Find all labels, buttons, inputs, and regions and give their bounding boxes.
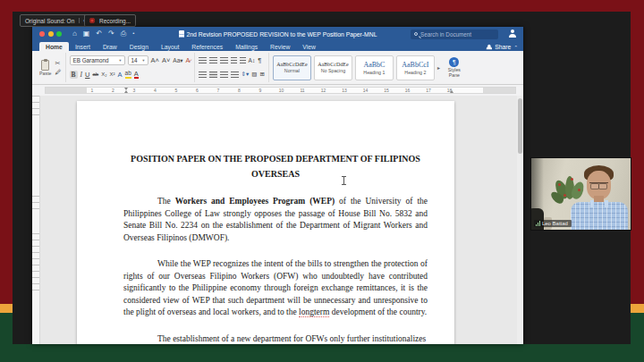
redo-icon[interactable]: ↷ [108,30,114,38]
recording-label: Recording... [98,15,135,26]
quick-access-toolbar: ⌂ ▣ ↶ ↷ ⎙ • [72,30,134,38]
ruler-number: 9 [259,88,262,93]
share-button[interactable]: Share ⌃ [486,44,518,50]
scrollbar-track[interactable] [517,96,523,344]
increase-indent-icon[interactable] [240,57,246,63]
ruler-number: 3 [133,88,136,93]
tab-layout[interactable]: Layout [155,42,185,51]
ribbon-tabs: HomeInsertDrawDesignLayoutReferencesMail… [32,41,523,51]
original-sound-label: Original Sound: On [21,15,79,26]
multilevel-list-icon[interactable] [220,57,228,63]
bullet-list-icon[interactable] [199,57,207,63]
word-window: ⌂ ▣ ↶ ↷ ⎙ • 2nd Revision PROPOSED REVISI… [32,27,523,344]
ruler-number: 4 [154,88,157,93]
sort-icon[interactable]: A↕ [249,58,256,64]
original-sound-button[interactable]: Original Sound: On ▾ [20,14,90,27]
underline-button[interactable]: U [85,72,89,79]
hanging-indent-marker[interactable] [124,90,128,93]
font-group: EB Garamond▾ 14▾ A˄ A˅ Aa▾ A̷ B I U [66,53,195,82]
decrease-indent-icon[interactable] [231,57,237,63]
font-size-select[interactable]: 14▾ [128,55,148,65]
font-color-button[interactable]: A [134,71,139,80]
print-icon[interactable]: ⎙ [121,30,126,38]
misspelled-word: longterm [299,307,329,317]
clipboard-group: Paste ✂ 🖉 [36,53,66,82]
document-title: 2nd Revision PROPOSED REVISION to the WE… [179,30,377,38]
tab-review[interactable]: Review [264,42,296,51]
tab-home[interactable]: Home [39,42,69,51]
borders-icon[interactable]: ⊞ [259,72,264,78]
ruler-number: 17 [426,88,431,93]
minimize-window-button[interactable] [48,31,54,37]
tab-insert[interactable]: Insert [69,42,97,51]
shading-icon[interactable]: ▨ [251,72,257,78]
style-normal[interactable]: AaBbCcDdEeNormal [273,55,311,80]
undo-icon[interactable]: ↶ [96,30,102,38]
maximize-window-button[interactable] [56,31,62,37]
line-spacing-icon[interactable]: ⇕▾ [242,72,250,78]
align-left-icon[interactable] [199,72,207,78]
ruler-number: 2 [112,88,114,93]
ruler-number: 13 [342,88,347,93]
account-icon[interactable] [508,29,516,38]
shrink-font-icon[interactable]: A˅ [162,57,170,64]
document-heading: POSITION PAPER ON THE PROPOSED DEPARTMEN… [123,151,428,181]
ruler-number: 6 [196,88,199,93]
search-input[interactable]: Search in Document [411,29,498,39]
text-cursor [343,176,344,185]
clear-formatting-icon[interactable]: A̷ [186,57,191,64]
bold-button[interactable]: B [70,71,78,80]
ruler-number: 14 [363,88,369,93]
text-effects-icon[interactable]: A [118,72,123,79]
horizontal-ruler: 123456789101112131415161718 [45,87,516,94]
participant-video[interactable]: Leo Battad [530,157,631,231]
highlight-color-button[interactable]: ab [125,71,131,79]
tab-references[interactable]: References [185,42,229,51]
styles-group: AaBbCcDdEeNormalAaBbCcDdEeNo SpacingAaBb… [269,53,470,82]
align-center-icon[interactable] [209,72,217,78]
paste-icon[interactable] [41,60,49,71]
numbered-list-icon[interactable] [209,57,217,63]
styles-pane-button[interactable]: ¶ Styles Pane [443,57,466,79]
cut-icon[interactable]: ✂ [55,60,62,66]
styles-pane-icon: ¶ [449,57,459,67]
close-window-button[interactable] [39,31,45,37]
home-icon[interactable]: ⌂ [72,30,77,38]
collapse-ribbon-icon[interactable]: ⌃ [513,45,518,50]
strikethrough-button[interactable]: ab [92,72,98,77]
superscript-button[interactable]: X² [110,72,115,77]
share-label: Share [495,44,511,50]
customize-toolbar-icon[interactable]: • [132,30,134,38]
show-marks-icon[interactable]: ¶ [258,57,261,64]
ruler-row: 123456789101112131415161718 [32,85,523,96]
tab-view[interactable]: View [296,42,322,51]
save-icon[interactable]: ▣ [83,30,90,38]
style-no-spacing[interactable]: AaBbCcDdEeNo Spacing [314,55,352,80]
tab-mailings[interactable]: Mailings [229,42,264,51]
ruler-number: 16 [405,88,411,93]
paragraph-group: A↕ ¶ ⇕▾ ▨ ⊞ [195,53,269,82]
align-right-icon[interactable] [220,72,228,78]
style-heading-2[interactable]: AaBbCcIHeading 2 [396,55,435,80]
grow-font-icon[interactable]: A˄ [151,57,159,64]
scrollbar-thumb[interactable] [518,98,522,154]
paragraph-1: The Workers and Employees Program (WEP) … [123,196,428,244]
tab-design[interactable]: Design [123,42,155,51]
recording-indicator[interactable]: Recording... [84,14,136,27]
italic-button[interactable]: I [80,72,83,79]
justify-icon[interactable] [231,72,239,78]
right-indent-marker[interactable] [450,90,453,93]
more-styles-icon[interactable]: ▸ [437,64,440,71]
style-heading-1[interactable]: AaBbCHeading 1 [355,55,394,80]
document-page[interactable]: POSITION PAPER ON THE PROPOSED DEPARTMEN… [77,101,454,344]
vertical-ruler [32,96,40,344]
tab-draw[interactable]: Draw [97,42,123,51]
word-doc-icon [179,30,184,38]
change-case-icon[interactable]: Aa▾ [173,58,182,64]
styles-pane-label: Styles Pane [443,68,466,79]
search-placeholder: Search in Document [420,31,471,38]
font-name-select[interactable]: EB Garamond▾ [70,55,125,65]
format-painter-icon[interactable]: 🖉 [55,69,62,75]
subscript-button[interactable]: X₂ [101,72,106,77]
record-icon [89,18,95,23]
